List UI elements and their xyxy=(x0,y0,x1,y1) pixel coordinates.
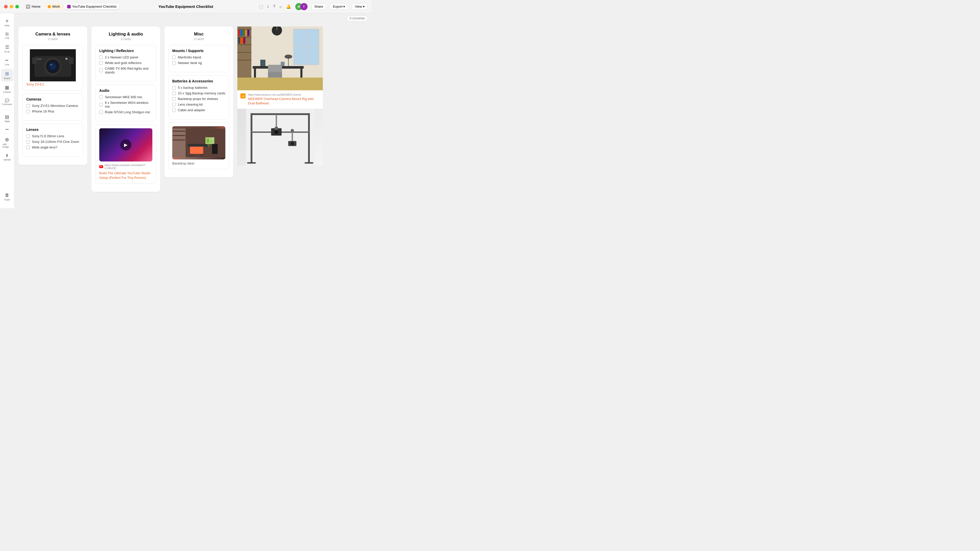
checklist-item[interactable]: Manfrotto tripod xyxy=(172,56,225,59)
youtube-icon xyxy=(99,165,103,168)
sidebar-item-link[interactable]: ⛓ Link xyxy=(1,30,13,41)
svg-rect-15 xyxy=(173,140,185,140)
checkbox[interactable] xyxy=(99,56,103,59)
checklist-item[interactable]: Lens cleaning kit xyxy=(172,103,225,106)
bell-icon[interactable]: 🔔 xyxy=(286,4,291,9)
play-button[interactable]: ▶ xyxy=(120,139,131,151)
sony-zv-e1-link[interactable]: Sony ZV-E1 xyxy=(26,83,44,86)
svg-rect-12 xyxy=(172,129,186,157)
sidebar-item-upload[interactable]: ⬆ Upload xyxy=(1,151,13,163)
lenses-title: Lenses xyxy=(26,127,80,132)
mounts-title: Mounts / Supports xyxy=(172,49,225,53)
checklist-item[interactable]: Rode NTG8 Long Shotgun mic xyxy=(99,110,152,114)
card-lenses: Lenses Sony f1.8 28mm Lens Sony 18-110mm… xyxy=(22,124,83,157)
sidebar-item-trash[interactable]: 🗑 Trash xyxy=(1,191,13,203)
sidebar-item-todo[interactable]: ☰ To-do xyxy=(1,42,13,55)
video-url: https://www.youtube.com/watch?v=rMiJ3C xyxy=(105,164,153,170)
tab-work[interactable]: Work xyxy=(45,3,63,10)
checklist-item[interactable]: 10 x 3gig Backup memory cards xyxy=(172,91,225,95)
svg-rect-74 xyxy=(247,162,256,164)
checklist-item[interactable]: Sony ZV-E1 Mirrorless Camera xyxy=(26,104,80,108)
card-camera-image[interactable]: α SONY Sony ZV-E1 xyxy=(22,45,83,90)
checkbox[interactable] xyxy=(99,110,103,114)
svg-rect-65 xyxy=(275,114,277,128)
avatars: M T xyxy=(295,3,307,10)
checkbox[interactable] xyxy=(172,103,176,106)
checklist-item[interactable]: 2 x Neewer LED panel xyxy=(99,56,152,59)
export-button[interactable]: Export ▾ xyxy=(330,3,348,10)
svg-rect-27 xyxy=(212,144,218,154)
share-button[interactable]: Share xyxy=(312,3,326,10)
checkbox[interactable] xyxy=(26,104,30,108)
checkbox[interactable] xyxy=(99,61,103,65)
checkbox[interactable] xyxy=(172,56,176,59)
link-content: https://www.amazon.com.au/NEEWER-Overhe … xyxy=(248,94,320,106)
card-video[interactable]: ▶ https://www.youtube.com/watch?v=rMiJ3C… xyxy=(95,124,156,184)
lenses-section: Lenses Sony f1.8 28mm Lens Sony 18-110mm… xyxy=(26,127,80,149)
minimize-button[interactable] xyxy=(10,5,13,8)
sidebar-item-more[interactable]: ••• xyxy=(1,126,13,133)
help-icon[interactable]: ? xyxy=(273,4,275,9)
checkbox[interactable] xyxy=(26,110,30,113)
checkbox[interactable] xyxy=(99,95,103,99)
device-icon[interactable]: ⬚ xyxy=(259,4,263,9)
svg-rect-35 xyxy=(237,29,251,30)
checkbox[interactable] xyxy=(172,97,176,101)
checklist-item[interactable]: 5 x backup batteries xyxy=(172,86,225,89)
search-icon[interactable]: ⌕ xyxy=(280,4,282,9)
checkbox[interactable] xyxy=(172,61,176,65)
sidebar-item-addimage[interactable]: ⊕ Add Image xyxy=(1,135,13,150)
item-label: Sennheiser MKE 600 mic xyxy=(105,95,142,99)
checkbox[interactable] xyxy=(26,135,30,138)
checklist-item[interactable]: CAME-TV 800 Red lights and stands xyxy=(99,67,152,74)
checkbox[interactable] xyxy=(172,108,176,112)
checklist-item[interactable]: White and gold reflectors xyxy=(99,61,152,65)
checkbox[interactable] xyxy=(26,140,30,144)
sidebar-item-note[interactable]: ≡ Note xyxy=(1,16,13,29)
checkbox[interactable] xyxy=(26,146,30,149)
sidebar-item-table[interactable]: ▤ Table xyxy=(1,112,13,125)
video-link[interactable]: Build The Ultimate YouTube Studio Setup … xyxy=(99,171,151,179)
comment-icon: 💬 xyxy=(5,98,9,103)
neewer-link-title[interactable]: NEEWER Overhead Camera Mount Rig with Du… xyxy=(248,97,320,106)
svg-rect-41 xyxy=(240,30,242,36)
checkbox[interactable] xyxy=(172,92,176,95)
card-backdrop[interactable]: Backdrop idea! xyxy=(169,122,229,169)
column-icon: ▦ xyxy=(5,85,9,90)
batteries-section: Batteries & Accessories 5 x backup batte… xyxy=(172,79,225,112)
view-button[interactable]: View ▾ xyxy=(352,3,368,10)
tab-home[interactable]: M Home xyxy=(23,3,44,10)
close-button[interactable] xyxy=(4,5,8,8)
link-url: https://www.amazon.com.au/NEEWER-Overhe xyxy=(248,94,320,96)
neewer-link-card[interactable]: a https://www.amazon.com.au/NEEWER-Overh… xyxy=(237,90,323,109)
maximize-button[interactable] xyxy=(15,5,19,8)
sidebar-item-board[interactable]: ⊞ Board xyxy=(1,69,13,82)
checklist-item[interactable]: Sony f1.8 28mm Lens xyxy=(26,134,80,138)
checkbox[interactable] xyxy=(99,103,103,106)
checklist-item[interactable]: Sony 18-110mm F/4 Cine Zoom xyxy=(26,140,80,144)
doc-tab-icon xyxy=(67,5,71,8)
checklist-item[interactable]: Backdrop props for shelves xyxy=(172,97,225,101)
checklist-item[interactable]: Wide angle lens? xyxy=(26,145,80,149)
tab-active[interactable]: YouTube Equipment Checklist xyxy=(64,3,119,10)
checkbox[interactable] xyxy=(172,86,176,89)
unsorted-badge[interactable]: 0 Unsorted xyxy=(347,16,368,21)
video-thumbnail[interactable]: ▶ xyxy=(99,128,152,162)
rig-image xyxy=(237,109,323,165)
card-cameras: Cameras Sony ZV-E1 Mirrorless Camera iPh… xyxy=(22,94,83,121)
checklist-item[interactable]: 6 x Sennheiser WG4 wireless mic xyxy=(99,101,152,108)
checklist-item[interactable]: Cable and adapter xyxy=(172,108,225,112)
checkbox[interactable] xyxy=(99,68,103,72)
sidebar-item-line[interactable]: ✏ Line xyxy=(1,56,13,68)
checklist-item[interactable]: iPhone 16 Plus xyxy=(26,110,80,113)
video-source: https://www.youtube.com/watch?v=rMiJ3C xyxy=(99,164,152,170)
column-count-camera: 3 cards xyxy=(22,37,83,41)
svg-rect-52 xyxy=(301,68,302,79)
sidebar-item-comment[interactable]: 💬 Comment xyxy=(1,97,13,108)
sidebar-item-column[interactable]: ▦ Column xyxy=(1,83,13,95)
checklist-item[interactable]: Sennheiser MKE 600 mic xyxy=(99,95,152,99)
column-lighting-audio: Lighting & audio 3 cards Lighting / Refl… xyxy=(91,27,160,192)
svg-rect-25 xyxy=(207,138,209,143)
item-label: Neewer desk rig xyxy=(178,61,202,65)
checklist-item[interactable]: Neewer desk rig xyxy=(172,61,225,65)
